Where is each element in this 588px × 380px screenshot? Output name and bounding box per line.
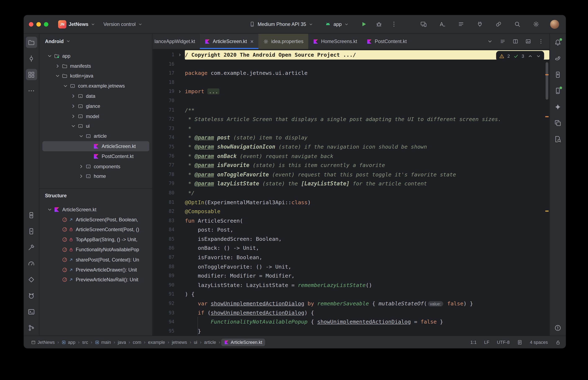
editor-tabs-list-button[interactable] <box>498 37 507 46</box>
find-in-files-button[interactable] <box>552 133 564 145</box>
breadcrumb-src[interactable]: src <box>81 339 90 345</box>
structure-item-functionalitynotavailablepop[interactable]: fFunctionalityNotAvailablePop <box>39 245 152 255</box>
error-stripe-mark[interactable] <box>545 74 549 75</box>
plugins-button[interactable] <box>474 19 485 29</box>
structure-item-articlescreen[interactable]: fArticleScreen(Post, Boolean, <box>39 215 152 225</box>
gemini-button[interactable] <box>552 101 564 113</box>
chevron-right-icon[interactable] <box>70 103 77 109</box>
project-item-glance[interactable]: glance <box>39 101 152 111</box>
code-line-76[interactable]: 76 * @param onBack (event) request navig… <box>153 152 549 161</box>
breadcrumb-example[interactable]: example <box>146 339 166 345</box>
project-item-articlescreen-kt[interactable]: ArticleScreen.kt <box>42 141 149 151</box>
code-line-88[interactable]: 88 onToggleFavorite: () -> Unit, <box>153 262 549 271</box>
fold-marker-icon[interactable] <box>174 87 185 96</box>
code-line-81[interactable]: 81@OptIn(ExperimentalMaterial3Api::class… <box>153 197 549 207</box>
tab-articlescreen-kt[interactable]: ArticleScreen.kt× <box>200 34 258 49</box>
breadcrumb-java[interactable]: java <box>116 339 128 345</box>
close-window-button[interactable] <box>29 22 34 27</box>
project-item-model[interactable]: model <box>39 111 152 121</box>
run-configuration[interactable]: app <box>323 20 351 28</box>
code-line-83[interactable]: 83fun ArticleScreen( <box>153 216 549 225</box>
indent-config[interactable]: 4 spaces <box>530 340 548 345</box>
running-devices-button[interactable] <box>552 85 564 96</box>
device-manager-button[interactable] <box>26 209 37 221</box>
project-item-data[interactable]: data <box>39 91 152 101</box>
vcs-widget[interactable]: Version control <box>101 20 145 28</box>
running-devices-button[interactable] <box>26 226 37 237</box>
code-editor[interactable]: 1/ Copyright 2020 The Android Open Sourc… <box>153 50 549 336</box>
problems-button[interactable] <box>552 322 564 333</box>
device-selector[interactable]: Medium Phone API 35 <box>247 20 316 28</box>
code-line-18[interactable]: 18 <box>153 78 549 87</box>
device-explorer-button[interactable] <box>552 69 564 80</box>
todo-list-button[interactable] <box>456 19 466 29</box>
previous-problem-icon[interactable] <box>527 53 533 58</box>
inspections-widget[interactable]: 2 3 <box>496 51 544 61</box>
breadcrumb-app[interactable]: app <box>60 339 77 345</box>
project-item-kotlin-java[interactable]: kotlin+java <box>39 71 152 81</box>
structure-button[interactable] <box>26 69 37 80</box>
code-line-82[interactable]: 82@Composable <box>153 207 549 216</box>
chevron-right-icon[interactable] <box>78 164 85 169</box>
tab-homescreens-kt[interactable]: HomeScreens.kt <box>308 34 362 49</box>
file-encoding[interactable]: UTF-8 <box>497 340 509 345</box>
code-line-70[interactable]: 70 <box>153 96 549 106</box>
line-ending[interactable]: LF <box>484 340 489 345</box>
hidden-tabs-button[interactable] <box>485 37 495 46</box>
debug-button[interactable] <box>373 19 384 29</box>
project-view-selector[interactable]: Android <box>39 34 152 49</box>
code-line-16[interactable]: 16 <box>153 59 549 69</box>
code-line-95[interactable]: 95 } <box>153 326 549 336</box>
chevron-right-icon[interactable] <box>78 174 85 179</box>
minimize-window-button[interactable] <box>36 22 41 27</box>
code-line-91[interactable]: 91) { <box>153 290 549 299</box>
chevron-right-icon[interactable] <box>54 63 61 69</box>
version-control-button[interactable] <box>26 322 37 333</box>
code-line-89[interactable]: 89 modifier: Modifier = Modifier, <box>153 271 549 281</box>
project-item-manifests[interactable]: manifests <box>39 61 152 71</box>
editor-options-button[interactable] <box>536 37 546 46</box>
commit-button[interactable] <box>26 53 37 64</box>
fold-marker-icon[interactable] <box>174 50 185 59</box>
project-item-article[interactable]: article <box>39 131 152 141</box>
chevron-right-icon[interactable] <box>70 93 77 99</box>
code-line-19[interactable]: 19import ... <box>153 87 549 96</box>
zoom-window-button[interactable] <box>44 22 49 27</box>
tab-lanceappwidget-kt[interactable]: lanceAppWidget.kt <box>153 34 200 49</box>
code-line-78[interactable]: 78 * @param onToggleFavorite (event) req… <box>153 170 549 179</box>
chevron-down-icon[interactable] <box>54 73 61 79</box>
run-button[interactable] <box>358 19 369 29</box>
project-widget[interactable]: JN JetNews <box>56 19 97 30</box>
project-item-com-example-jetnews[interactable]: com.example.jetnews <box>39 81 152 91</box>
code-line-74[interactable]: 74 * @param post (state) item to display <box>153 133 549 142</box>
project-item-ui[interactable]: ui <box>39 121 152 131</box>
breadcrumb-jetnews[interactable]: JetNews <box>30 339 56 345</box>
more-run-options-button[interactable] <box>388 19 399 29</box>
structure-item-articlescreencontent[interactable]: fArticleScreenContent(Post, () <box>39 225 152 235</box>
breadcrumb-jetnews[interactable]: jetnews <box>170 339 188 345</box>
translate-actions-button[interactable] <box>437 19 447 29</box>
next-problem-icon[interactable] <box>536 53 541 58</box>
code-line-75[interactable]: 75 * @param showNavigationIcon (state) i… <box>153 142 549 152</box>
structure-root[interactable]: ArticleScreen.kt <box>39 204 152 214</box>
code-line-80[interactable]: 80 */ <box>153 188 549 197</box>
code-line-86[interactable]: 86 onBack: () -> Unit, <box>153 244 549 253</box>
code-line-72[interactable]: 72 * Stateless Article Screen that displ… <box>153 115 549 124</box>
build-button[interactable] <box>26 242 37 253</box>
chevron-right-icon[interactable] <box>70 113 77 119</box>
chevron-down-icon[interactable] <box>70 123 77 129</box>
project-item-home[interactable]: home <box>39 171 152 181</box>
close-tab-icon[interactable]: × <box>250 39 254 44</box>
chevron-down-icon[interactable] <box>62 83 69 89</box>
profile-button[interactable] <box>549 19 560 29</box>
code-line-1[interactable]: 1/ Copyright 2020 The Android Open Sourc… <box>153 50 549 59</box>
breadcrumb-articlescreen-kt[interactable]: ArticleScreen.kt <box>221 338 265 346</box>
code-line-79[interactable]: 79 * @param lazyListState (state) the [L… <box>153 179 549 188</box>
code-line-71[interactable]: 71/** <box>153 106 549 115</box>
code-line-93[interactable]: 93 if (showUnimplementedActionDialog) { <box>153 308 549 317</box>
breadcrumb-main[interactable]: main <box>93 339 112 345</box>
project-item-app[interactable]: app <box>39 51 152 61</box>
breadcrumb-article[interactable]: article <box>203 339 218 345</box>
tab-postcontent-kt[interactable]: PostContent.kt <box>362 34 412 49</box>
chevron-down-icon[interactable] <box>78 133 85 139</box>
